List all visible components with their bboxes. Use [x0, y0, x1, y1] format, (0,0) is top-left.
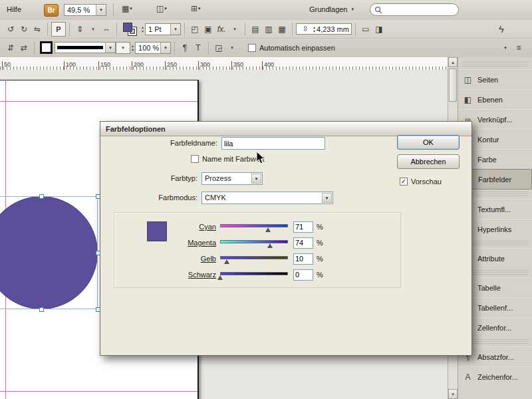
name-with-value-checkbox[interactable] [191, 155, 199, 163]
chevron-down-icon[interactable]: ▾ [86, 23, 100, 36]
selection-handle[interactable] [39, 194, 44, 199]
chevron-down-icon[interactable]: ▾ [170, 24, 180, 35]
scale-combo[interactable]: 100 % ▾ [135, 42, 171, 54]
arrange-documents-button[interactable]: ⊞ ▾ [189, 3, 203, 15]
panel-grip[interactable] [462, 62, 529, 68]
character-styles-icon: A [463, 372, 473, 382]
channel-label[interactable]: Cyan [164, 223, 216, 231]
scrollbar-thumb[interactable] [449, 68, 457, 102]
cancel-button[interactable]: Abbrechen [397, 154, 460, 169]
wrap-around-icon[interactable]: ◨ [372, 23, 386, 36]
stroke-weight-stepper[interactable]: ▴ ▾ [142, 25, 144, 33]
stepper-down-icon[interactable]: ▾ [313, 29, 315, 33]
chevron-down-icon[interactable]: ▾ [499, 41, 512, 55]
workspace-switcher[interactable]: Grundlagen ▾ [307, 4, 356, 15]
preview-checkbox[interactable]: ✓ [400, 178, 408, 186]
fill-proxy-icon[interactable] [123, 23, 132, 32]
color-type-combo[interactable]: Prozess ▾ [201, 172, 263, 185]
view-options-button[interactable]: ▦ ▾ [120, 3, 134, 15]
channel-slider[interactable] [220, 268, 288, 281]
search-input[interactable] [385, 5, 454, 15]
panel-label: Farbfelder [478, 176, 511, 184]
chevron-down-icon[interactable]: ▾ [228, 23, 241, 36]
stroke-color-swatch[interactable] [40, 41, 53, 54]
panel-tab-ebenen[interactable]: ◧ Ebenen [458, 89, 532, 109]
align-bottom-icon[interactable]: ▦ [275, 23, 289, 36]
chevron-down-icon[interactable]: ▾ [225, 41, 239, 55]
slider-track[interactable] [220, 256, 288, 259]
slider-thumb[interactable] [267, 243, 273, 248]
channel-value-input[interactable] [293, 253, 313, 265]
panel-tab-seiten[interactable]: ◫ Seiten [458, 69, 532, 89]
align-top-icon[interactable]: ▤ [249, 23, 262, 36]
zoom-level-combo[interactable]: 49,5 % ▾ [64, 4, 106, 16]
paragraph-icon[interactable]: ¶ [178, 41, 192, 55]
channel-label[interactable]: Schwarz [164, 271, 216, 279]
stroke-style-combo[interactable]: ▾ [55, 42, 116, 53]
rotate-cw-icon[interactable]: ↻ [17, 23, 31, 36]
corner-radius-icon[interactable]: ◲ [212, 41, 225, 55]
screen-mode-icon: ◫ [156, 4, 164, 13]
stepper-down-icon[interactable]: ▾ [142, 29, 144, 33]
align-middle-icon[interactable]: ▥ [262, 23, 275, 36]
channel-value-input[interactable] [293, 237, 313, 249]
channel-value-input[interactable] [293, 221, 313, 233]
ok-button[interactable]: OK [397, 135, 460, 150]
chevron-down-icon[interactable]: ▾ [105, 43, 115, 53]
chevron-down-icon[interactable]: ▾ [251, 174, 261, 184]
name-with-value-label: Name mit Farbwert [202, 155, 265, 163]
auto-fit-checkbox[interactable] [248, 44, 256, 52]
scale-stepper[interactable]: ▴ ▾ [132, 44, 134, 52]
offset-stepper[interactable]: ▴ ▾ [313, 25, 315, 33]
channel-slider[interactable] [220, 220, 288, 233]
mouse-cursor [256, 151, 266, 165]
text-frame-icon[interactable]: T [192, 41, 205, 55]
menu-hilfe[interactable]: Hilfe [3, 4, 25, 15]
slider-track[interactable] [220, 240, 288, 243]
flip-horizontal-icon[interactable]: ⇋ [31, 23, 44, 36]
scroll-up-icon[interactable]: ▴ [448, 57, 458, 67]
panel-tab-zeichenformate[interactable]: A Zeichenfor... [458, 366, 532, 386]
stroke-weight-combo[interactable]: 1 Pt ▾ [145, 23, 181, 35]
frame-grid-icon[interactable]: ▣ [201, 23, 215, 36]
rotate-ccw-icon[interactable]: ↺ [4, 23, 17, 36]
scroll-down-icon[interactable]: ▾ [448, 389, 458, 399]
channel-slider[interactable] [220, 236, 288, 249]
wrap-none-icon[interactable]: ▭ [359, 23, 372, 36]
chevron-down-icon[interactable]: ▾ [322, 193, 332, 203]
quick-apply-lightning-icon[interactable]: ϟ [495, 23, 508, 36]
swatch-name-input[interactable] [221, 137, 325, 150]
channel-slider[interactable] [220, 252, 288, 265]
chevron-down-icon[interactable]: ▾ [160, 43, 170, 53]
space-vertical-icon[interactable]: ⇕ [73, 23, 86, 36]
screen-mode-button[interactable]: ◫ ▾ [154, 3, 169, 15]
baseline-offset-field[interactable]: ⇳ ▴ ▾ 4,233 mm [296, 23, 352, 35]
space-horizontal-icon[interactable]: ⇔ [100, 23, 113, 36]
reference-point-icon[interactable]: P [51, 22, 66, 37]
bridge-button[interactable]: Br [44, 4, 59, 17]
slider-thumb[interactable] [265, 227, 271, 232]
slider-track[interactable] [220, 224, 288, 227]
stroke-type-dropdown[interactable]: ▾ [116, 42, 130, 54]
slider-track[interactable] [220, 272, 288, 275]
chevron-down-icon[interactable]: ▾ [96, 5, 106, 15]
stepper-down-icon[interactable]: ▾ [132, 48, 134, 52]
mirror-horizontal-icon[interactable]: ⇄ [17, 41, 31, 55]
selection-handle[interactable] [39, 307, 44, 312]
fill-stroke-proxy[interactable] [122, 22, 138, 37]
slider-thumb[interactable] [217, 275, 223, 280]
channel-label[interactable]: Gelb [164, 255, 216, 263]
panel-menu-icon[interactable]: ≡ [512, 41, 525, 55]
dialog-titlebar[interactable]: Farbfeldoptionen [100, 122, 471, 136]
effects-fx-button[interactable]: fx. [215, 23, 228, 36]
mirror-vertical-icon[interactable]: ⇵ [4, 41, 17, 55]
channel-unit: % [317, 223, 323, 231]
channel-value-input[interactable] [293, 269, 313, 281]
horizontal-ruler[interactable]: 50 100 150 200 250 300 350 400 [0, 57, 448, 70]
corner-options-icon[interactable]: ◰ [188, 23, 201, 36]
channel-label[interactable]: Magenta [164, 239, 216, 247]
slider-thumb[interactable] [224, 259, 229, 264]
color-mode-combo[interactable]: CMYK ▾ [201, 192, 333, 204]
search-box[interactable] [370, 3, 459, 16]
swatch-options-dialog: Farbfeldoptionen Farbfeldname: Name mit … [100, 121, 472, 356]
